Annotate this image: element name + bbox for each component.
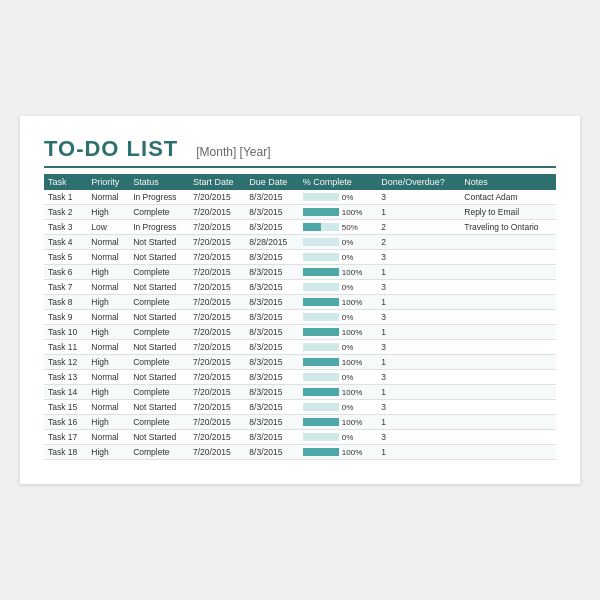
cell-1: Normal xyxy=(87,310,129,325)
cell-7 xyxy=(460,385,556,400)
cell-4: 8/3/2015 xyxy=(245,310,298,325)
progress-cell: 0% xyxy=(299,430,377,445)
cell-6: 1 xyxy=(377,205,460,220)
cell-6: 1 xyxy=(377,295,460,310)
table-row: Task 8HighComplete7/20/20158/3/2015100%1 xyxy=(44,295,556,310)
header: TO-DO LIST [Month] [Year] xyxy=(44,136,556,162)
col-done: Done/Overdue? xyxy=(377,174,460,190)
cell-2: Not Started xyxy=(129,370,189,385)
cell-0: Task 9 xyxy=(44,310,87,325)
cell-6: 3 xyxy=(377,280,460,295)
cell-1: High xyxy=(87,355,129,370)
cell-4: 8/3/2015 xyxy=(245,295,298,310)
cell-2: Not Started xyxy=(129,310,189,325)
cell-0: Task 14 xyxy=(44,385,87,400)
table-row: Task 15NormalNot Started7/20/20158/3/201… xyxy=(44,400,556,415)
cell-0: Task 1 xyxy=(44,190,87,205)
cell-3: 7/20/2015 xyxy=(189,445,245,460)
progress-cell: 100% xyxy=(299,385,377,400)
cell-2: Not Started xyxy=(129,280,189,295)
spreadsheet: TO-DO LIST [Month] [Year] Task Priority … xyxy=(20,116,580,484)
col-start: Start Date xyxy=(189,174,245,190)
cell-1: Normal xyxy=(87,280,129,295)
cell-3: 7/20/2015 xyxy=(189,235,245,250)
cell-0: Task 12 xyxy=(44,355,87,370)
cell-7 xyxy=(460,415,556,430)
cell-2: Not Started xyxy=(129,400,189,415)
progress-cell: 0% xyxy=(299,190,377,205)
cell-1: High xyxy=(87,445,129,460)
table-row: Task 5NormalNot Started7/20/20158/3/2015… xyxy=(44,250,556,265)
cell-3: 7/20/2015 xyxy=(189,310,245,325)
cell-0: Task 18 xyxy=(44,445,87,460)
cell-3: 7/20/2015 xyxy=(189,400,245,415)
cell-6: 3 xyxy=(377,430,460,445)
cell-6: 3 xyxy=(377,370,460,385)
cell-0: Task 3 xyxy=(44,220,87,235)
cell-3: 7/20/2015 xyxy=(189,250,245,265)
progress-cell: 0% xyxy=(299,310,377,325)
cell-0: Task 6 xyxy=(44,265,87,280)
progress-cell: 100% xyxy=(299,415,377,430)
cell-0: Task 16 xyxy=(44,415,87,430)
cell-6: 3 xyxy=(377,190,460,205)
cell-7 xyxy=(460,340,556,355)
cell-0: Task 17 xyxy=(44,430,87,445)
col-due: Due Date xyxy=(245,174,298,190)
table-row: Task 1NormalIn Progress7/20/20158/3/2015… xyxy=(44,190,556,205)
progress-cell: 0% xyxy=(299,250,377,265)
cell-3: 7/20/2015 xyxy=(189,340,245,355)
cell-2: In Progress xyxy=(129,220,189,235)
cell-6: 2 xyxy=(377,220,460,235)
cell-4: 8/3/2015 xyxy=(245,325,298,340)
cell-1: Normal xyxy=(87,250,129,265)
cell-2: In Progress xyxy=(129,190,189,205)
cell-4: 8/3/2015 xyxy=(245,400,298,415)
table-body: Task 1NormalIn Progress7/20/20158/3/2015… xyxy=(44,190,556,460)
cell-7 xyxy=(460,325,556,340)
table-row: Task 17NormalNot Started7/20/20158/3/201… xyxy=(44,430,556,445)
cell-7 xyxy=(460,445,556,460)
table-row: Task 7NormalNot Started7/20/20158/3/2015… xyxy=(44,280,556,295)
cell-1: Normal xyxy=(87,190,129,205)
cell-1: High xyxy=(87,265,129,280)
cell-0: Task 5 xyxy=(44,250,87,265)
cell-1: Normal xyxy=(87,235,129,250)
cell-0: Task 2 xyxy=(44,205,87,220)
cell-4: 8/28/2015 xyxy=(245,235,298,250)
cell-0: Task 8 xyxy=(44,295,87,310)
table-row: Task 4NormalNot Started7/20/20158/28/201… xyxy=(44,235,556,250)
progress-cell: 100% xyxy=(299,355,377,370)
progress-cell: 100% xyxy=(299,325,377,340)
todo-table: Task Priority Status Start Date Due Date… xyxy=(44,174,556,460)
col-task: Task xyxy=(44,174,87,190)
cell-4: 8/3/2015 xyxy=(245,250,298,265)
table-row: Task 6HighComplete7/20/20158/3/2015100%1 xyxy=(44,265,556,280)
cell-1: Normal xyxy=(87,430,129,445)
progress-cell: 0% xyxy=(299,400,377,415)
cell-2: Complete xyxy=(129,445,189,460)
cell-6: 1 xyxy=(377,325,460,340)
cell-6: 3 xyxy=(377,400,460,415)
cell-7 xyxy=(460,280,556,295)
cell-6: 2 xyxy=(377,235,460,250)
cell-2: Not Started xyxy=(129,430,189,445)
cell-6: 1 xyxy=(377,385,460,400)
cell-2: Complete xyxy=(129,295,189,310)
progress-cell: 100% xyxy=(299,295,377,310)
cell-4: 8/3/2015 xyxy=(245,265,298,280)
cell-1: High xyxy=(87,385,129,400)
cell-6: 1 xyxy=(377,355,460,370)
cell-2: Complete xyxy=(129,415,189,430)
cell-1: Normal xyxy=(87,340,129,355)
cell-1: High xyxy=(87,415,129,430)
table-row: Task 13NormalNot Started7/20/20158/3/201… xyxy=(44,370,556,385)
cell-4: 8/3/2015 xyxy=(245,220,298,235)
cell-3: 7/20/2015 xyxy=(189,265,245,280)
col-pct: % Complete xyxy=(299,174,377,190)
table-row: Task 10HighComplete7/20/20158/3/2015100%… xyxy=(44,325,556,340)
cell-3: 7/20/2015 xyxy=(189,205,245,220)
cell-6: 1 xyxy=(377,415,460,430)
cell-2: Not Started xyxy=(129,250,189,265)
table-header: Task Priority Status Start Date Due Date… xyxy=(44,174,556,190)
